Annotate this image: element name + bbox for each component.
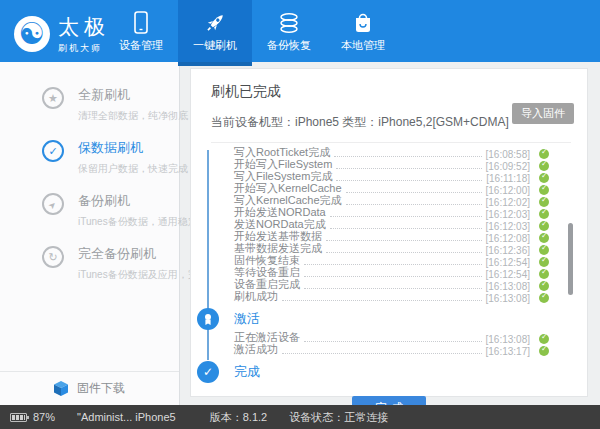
device-manage-icon <box>131 9 151 36</box>
activate-log-list: 正在激活设备 [16:13:08] 激活成功 [16:13:17] <box>234 333 574 357</box>
check-icon: ✓ <box>42 140 64 162</box>
version-label: 版本：8.1.2 <box>210 410 267 425</box>
activate-section-label: 激活 <box>234 310 260 328</box>
check-circle-icon: ✓ <box>197 361 219 383</box>
sync-icon: ↻ <box>42 246 64 268</box>
flash-mode-list: ★ 全新刷机 清理全部数据，纯净彻底 ✓ 保数据刷机 保留用户数据，快速完成 ➤… <box>0 86 179 298</box>
log-row: 设备重启完成 [16:13:08] <box>234 280 574 292</box>
tab-device-manage[interactable]: 设备管理 <box>104 0 178 62</box>
success-check-icon <box>539 209 549 219</box>
sidebar-item-title: 全新刷机 <box>78 86 169 104</box>
log-timestamp: [16:08:58] <box>486 149 530 160</box>
success-check-icon <box>539 185 549 195</box>
log-timestamp: [16:13:17] <box>486 346 530 357</box>
success-check-icon <box>539 173 549 183</box>
yin-yang-logo-icon: ☯ <box>14 16 50 52</box>
one-key-flash-icon <box>202 9 228 36</box>
sidebar-item-subtitle: iTunes备份数据及应用，完整全面 <box>78 268 169 282</box>
flash-result-panel: 刷机已完成 当前设备机型：iPhone5 类型：iPhone5,2[GSM+CD… <box>190 68 588 397</box>
sidebar-item-subtitle: iTunes备份数据，通用稳定 <box>78 215 169 229</box>
log-timestamp: [16:12:00] <box>486 185 530 196</box>
tab-local-manage[interactable]: 本地管理 <box>326 0 400 62</box>
dotted-leader <box>334 156 481 157</box>
finish-section-header: ✓ 完成 <box>234 360 574 384</box>
sidebar-item-backup-flash[interactable]: ➤ 备份刷机 iTunes备份数据，通用稳定 <box>0 192 179 245</box>
log-timestamp: [16:09:52] <box>486 161 530 172</box>
scrollbar-thumb[interactable] <box>568 223 573 295</box>
log-timestamp: [16:12:54] <box>486 257 530 268</box>
app-logo: ☯ 太极 刷机大师 <box>14 13 110 55</box>
success-check-icon <box>539 161 549 171</box>
tab-backup-restore[interactable]: 备份恢复 <box>252 0 326 62</box>
log-timestamp: [16:13:08] <box>486 281 530 292</box>
backup-restore-icon <box>277 9 301 36</box>
dotted-leader <box>304 276 482 277</box>
tab-label: 一键刷机 <box>193 38 237 53</box>
log-row: 激活成功 [16:13:17] <box>234 345 574 357</box>
dotted-leader <box>304 264 482 265</box>
flash-log-list: 写入RootTicket完成 [16:08:58] 开始写入FileSystem… <box>234 148 574 304</box>
finish-section-label: 完成 <box>234 363 260 381</box>
log-timestamp: [16:12:08] <box>486 233 530 244</box>
battery-icon <box>10 413 27 422</box>
firmware-download-label: 固件下载 <box>77 380 125 397</box>
sidebar-item-full-backup-flash[interactable]: ↻ 完全备份刷机 iTunes备份数据及应用，完整全面 <box>0 245 179 298</box>
activate-section-header: 激活 <box>234 307 574 331</box>
firmware-download-link[interactable]: 固件下载 <box>0 371 179 405</box>
log-timestamp: [16:12:03] <box>486 221 530 232</box>
success-check-icon <box>539 197 549 207</box>
connection-status: 设备状态：正常连接 <box>289 410 388 425</box>
panel-header: 刷机已完成 当前设备机型：iPhone5 类型：iPhone5,2[GSM+CD… <box>191 69 587 143</box>
log-timestamp: [16:12:02] <box>486 197 530 208</box>
main-nav: 设备管理 一键刷机 备份恢复 本地管理 <box>104 0 400 62</box>
flash-log-timeline: 写入RootTicket完成 [16:08:58] 开始写入FileSystem… <box>191 148 587 384</box>
success-check-icon <box>539 149 549 159</box>
app-title: 太极 <box>58 13 110 41</box>
statusbar: 87% "Administ... iPhone5 版本：8.1.2 设备状态：正… <box>0 405 600 429</box>
success-check-icon <box>539 293 549 303</box>
log-timestamp: [16:11:18] <box>486 173 530 184</box>
tab-label: 本地管理 <box>341 38 385 53</box>
tab-label: 备份恢复 <box>267 38 311 53</box>
dotted-leader <box>326 252 482 253</box>
dotted-leader <box>304 288 482 289</box>
success-check-icon <box>539 269 549 279</box>
dotted-leader <box>330 228 482 229</box>
sidebar-item-keep-data-flash[interactable]: ✓ 保数据刷机 保留用户数据，快速完成 <box>0 139 179 192</box>
panel-title: 刷机已完成 <box>211 83 571 101</box>
log-timestamp: [16:12:54] <box>486 269 530 280</box>
app-subtitle: 刷机大师 <box>58 42 110 55</box>
log-timestamp: [16:12:36] <box>486 245 530 256</box>
success-check-icon <box>539 257 549 267</box>
success-check-icon <box>539 281 549 291</box>
app-window: ☯ 太极 刷机大师 设备管理 一键刷机 <box>0 0 600 429</box>
dotted-leader <box>304 341 482 342</box>
dotted-leader <box>346 204 482 205</box>
success-check-icon <box>539 233 549 243</box>
sidebar: ★ 全新刷机 清理全部数据，纯净彻底 ✓ 保数据刷机 保留用户数据，快速完成 ➤… <box>0 62 180 405</box>
sidebar-item-full-flash[interactable]: ★ 全新刷机 清理全部数据，纯净彻底 <box>0 86 179 139</box>
topbar: ☯ 太极 刷机大师 设备管理 一键刷机 <box>0 0 600 62</box>
medal-icon <box>197 308 219 330</box>
local-manage-icon <box>351 9 375 36</box>
success-check-icon <box>539 221 549 231</box>
dotted-leader <box>326 240 482 241</box>
sidebar-item-title: 保数据刷机 <box>78 139 169 157</box>
log-timestamp: [16:13:08] <box>486 334 530 345</box>
log-timestamp: [16:12:03] <box>486 209 530 220</box>
import-firmware-button[interactable]: 导入固件 <box>512 103 574 124</box>
success-check-icon <box>539 245 549 255</box>
success-check-icon <box>539 346 549 356</box>
sidebar-item-title: 备份刷机 <box>78 192 169 210</box>
cube-icon <box>54 381 68 396</box>
device-name: "Administ... iPhone5 <box>77 411 176 423</box>
dotted-leader <box>282 300 482 301</box>
log-text: 刷机成功 <box>234 289 278 304</box>
success-check-icon <box>539 334 549 344</box>
tab-one-key-flash[interactable]: 一键刷机 <box>178 0 252 62</box>
sidebar-item-subtitle: 清理全部数据，纯净彻底 <box>78 109 169 123</box>
log-row: 正在激活设备 [16:13:08] <box>234 333 574 345</box>
log-row: 刷机成功 [16:13:08] <box>234 292 574 304</box>
star-icon: ★ <box>42 87 64 109</box>
sidebar-item-subtitle: 保留用户数据，快速完成 <box>78 162 169 176</box>
